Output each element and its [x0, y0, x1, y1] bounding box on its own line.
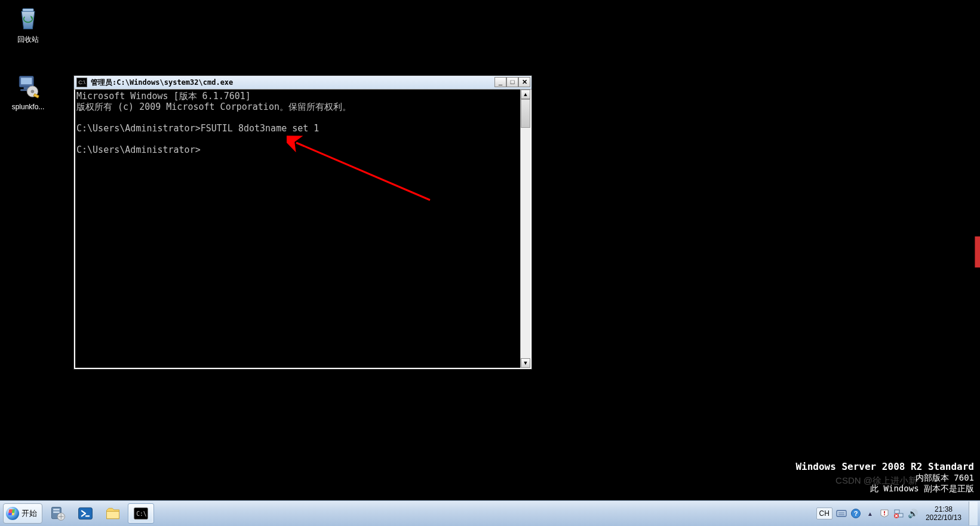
close-button[interactable]: ✕ — [518, 77, 530, 87]
server-manager-icon — [50, 505, 66, 522]
cmd-title-path: C:\Windows\system32\cmd.exe — [116, 78, 233, 87]
svg-rect-17 — [837, 510, 846, 516]
scroll-thumb[interactable] — [521, 99, 530, 128]
tray-chevron-up-icon[interactable]: ▲ — [865, 508, 875, 519]
tray-network-error-icon[interactable] — [893, 508, 904, 519]
maximize-button[interactable]: □ — [506, 77, 518, 87]
tray-keyboard-icon[interactable] — [836, 508, 847, 519]
cmd-sysmenu-icon[interactable]: C:\ — [76, 78, 87, 87]
os-info-line2: 内部版本 7601 — [795, 472, 974, 483]
cmd-scrollbar[interactable]: ▲ ▼ — [520, 90, 530, 368]
tray-help-icon[interactable]: ? — [850, 508, 861, 519]
powershell-icon — [77, 505, 94, 522]
os-info-line1: Windows Server 2008 R2 Standard — [795, 462, 974, 472]
svg-point-23 — [884, 514, 885, 515]
svg-rect-14 — [107, 512, 119, 519]
cmd-window[interactable]: C:\ 管理员: C:\Windows\system32\cmd.exe _ □… — [73, 75, 532, 370]
show-desktop-button[interactable] — [969, 502, 978, 525]
svg-text:C:\: C:\ — [136, 510, 147, 517]
desktop-icon-label: splunkfo... — [5, 103, 51, 111]
svg-text:?: ? — [854, 510, 858, 517]
svg-rect-24 — [895, 510, 899, 513]
tray-action-center-icon[interactable] — [879, 508, 890, 519]
taskbar-pin-explorer[interactable] — [100, 504, 125, 523]
svg-rect-0 — [23, 8, 33, 11]
desktop-icon-splunk[interactable]: splunkfo... — [5, 72, 51, 111]
system-tray: CH ? ▲ 🔊 21:38 2022/10/13 — [814, 501, 980, 526]
cmd-title-prefix: 管理员: — [91, 78, 116, 88]
recycle-bin-icon — [14, 4, 42, 32]
taskbar-app-cmd[interactable]: C:\ — [128, 503, 154, 524]
svg-rect-2 — [21, 78, 32, 84]
scroll-down-arrow-icon[interactable]: ▼ — [521, 358, 530, 368]
svg-rect-9 — [53, 509, 60, 510]
tray-clock[interactable]: 21:38 2022/10/13 — [922, 505, 965, 522]
minimize-button[interactable]: _ — [494, 77, 506, 87]
taskbar-pin-powershell[interactable] — [73, 504, 98, 523]
os-info-line3: 此 Windows 副本不是正版 — [795, 483, 974, 494]
taskbar-pin-server-manager[interactable] — [45, 504, 70, 523]
svg-rect-25 — [898, 513, 903, 517]
desktop-icon-label: 回收站 — [5, 35, 51, 45]
tray-sound-icon[interactable]: 🔊 — [908, 508, 918, 519]
cmd-icon: C:\ — [133, 505, 149, 522]
installer-icon — [14, 72, 42, 100]
language-indicator[interactable]: CH — [816, 507, 832, 519]
scroll-track[interactable] — [521, 99, 530, 358]
svg-rect-10 — [53, 512, 60, 513]
tray-date: 2022/10/13 — [926, 513, 961, 522]
cmd-titlebar[interactable]: C:\ 管理员: C:\Windows\system32\cmd.exe _ □… — [74, 76, 532, 90]
tray-time: 21:38 — [926, 505, 961, 513]
taskbar[interactable]: 开始 C:\ CH — [0, 500, 980, 526]
cmd-terminal-area[interactable]: Microsoft Windows [版本 6.1.7601] 版权所有 (c)… — [75, 90, 520, 368]
desktop-icon-recycle-bin[interactable]: 回收站 — [5, 4, 51, 45]
start-label: 开始 — [21, 508, 37, 519]
start-button[interactable]: 开始 — [3, 503, 42, 524]
side-indicator — [975, 236, 980, 267]
os-activation-info: Windows Server 2008 R2 Standard 内部版本 760… — [795, 462, 974, 494]
svg-point-6 — [31, 90, 34, 93]
windows-orb-icon — [6, 507, 19, 520]
explorer-folder-icon — [105, 505, 121, 522]
scroll-up-arrow-icon[interactable]: ▲ — [521, 90, 530, 99]
